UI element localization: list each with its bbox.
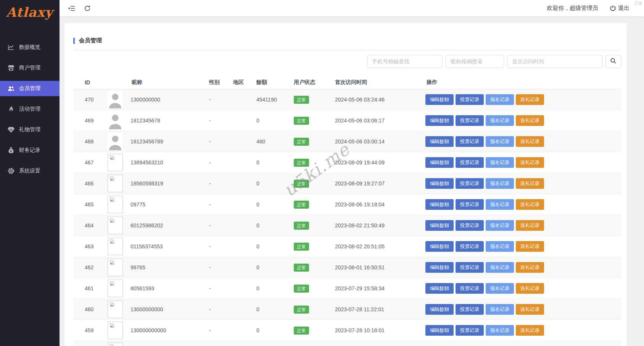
- edit-balance-button[interactable]: 编辑餘額: [425, 199, 454, 210]
- vote-record-button[interactable]: 投票记录: [456, 304, 484, 315]
- logout-button[interactable]: 退出: [610, 5, 630, 12]
- vote-record-button[interactable]: 投票记录: [456, 241, 484, 252]
- cell-first-visit: 2024-05-06 03:24:46: [332, 97, 423, 103]
- status-badge: 正常: [294, 327, 309, 335]
- page-title-row: 会员管理: [73, 37, 621, 44]
- gift-record-button[interactable]: 送礼记录: [516, 241, 544, 252]
- vote-record-button[interactable]: 投票记录: [456, 94, 484, 105]
- status-badge: 正常: [294, 159, 309, 167]
- gift-record-button[interactable]: 送礼记录: [516, 136, 544, 147]
- vote-record-button[interactable]: 投票记录: [456, 157, 484, 168]
- gift-record-button[interactable]: 送礼记录: [516, 94, 544, 105]
- table-body: 470 1300000000 - 4541190 正常 2024-05-06 0…: [73, 89, 621, 346]
- status-badge: 正常: [294, 243, 309, 251]
- signup-record-button[interactable]: 报名记录: [486, 262, 514, 273]
- edit-balance-button[interactable]: 编辑餘額: [425, 115, 454, 126]
- gift-record-button[interactable]: 送礼记录: [516, 115, 544, 126]
- gift-record-button[interactable]: 送礼记录: [516, 325, 544, 336]
- cell-nickname: 09775: [130, 201, 145, 208]
- gift-record-button[interactable]: 送礼记录: [516, 220, 544, 231]
- vote-record-button[interactable]: 投票记录: [456, 325, 484, 336]
- cell-id: 470: [73, 97, 107, 103]
- cell-balance: 0: [253, 306, 291, 312]
- table-row: 编辑餘額 投票记录 报名记录 送礼记录: [73, 341, 621, 346]
- sidebar-item-members[interactable]: 会员管理: [0, 81, 60, 96]
- cell-gender: -: [206, 285, 230, 291]
- signup-record-button[interactable]: 报名记录: [486, 220, 514, 231]
- cell-balance: 0: [253, 201, 291, 208]
- edit-balance-button[interactable]: 编辑餘額: [425, 178, 454, 189]
- edit-balance-button[interactable]: 编辑餘額: [425, 136, 454, 147]
- signup-record-button[interactable]: 报名记录: [486, 178, 514, 189]
- edit-balance-button[interactable]: 编辑餘額: [425, 304, 454, 315]
- signup-record-button[interactable]: 报名记录: [486, 283, 514, 294]
- sidebar-item-label: 财务记录: [19, 147, 40, 154]
- phone-search-input[interactable]: [367, 55, 443, 68]
- cell-nickname: 130000000000: [130, 327, 166, 333]
- sidebar-item-settings[interactable]: 系统设置: [0, 163, 60, 179]
- gift-record-button[interactable]: 送礼记录: [516, 262, 544, 273]
- signup-record-button[interactable]: 报名记录: [486, 325, 514, 336]
- cell-gender: -: [206, 97, 230, 103]
- search-button[interactable]: [605, 55, 621, 68]
- signup-record-button[interactable]: 报名记录: [486, 199, 514, 210]
- refresh-icon[interactable]: [84, 5, 91, 12]
- collapse-sidebar-icon[interactable]: [68, 5, 76, 11]
- cell-nickname: 18560598319: [130, 180, 163, 187]
- members-table: ID 昵称 性别 地区 餘額 用户状态 首次访问时间 操作 470 130000…: [73, 76, 621, 346]
- cell-nickname: 18123456789: [130, 138, 163, 145]
- vote-record-button[interactable]: 投票记录: [456, 178, 484, 189]
- vote-record-button[interactable]: 投票记录: [456, 262, 484, 273]
- signup-record-button[interactable]: 报名记录: [486, 94, 514, 105]
- store-icon: [8, 64, 14, 71]
- vote-record-button[interactable]: 投票记录: [456, 199, 484, 210]
- cell-first-visit: 2023-08-02 21:50:49: [332, 222, 423, 229]
- gift-record-button[interactable]: 送礼记录: [516, 283, 544, 294]
- vote-record-button[interactable]: 投票记录: [456, 283, 484, 294]
- status-badge: 正常: [294, 117, 309, 125]
- edit-balance-button[interactable]: 编辑餘額: [425, 283, 454, 294]
- license-watermark: 正版: [634, 0, 642, 6]
- nickname-search-input[interactable]: [446, 55, 504, 68]
- signup-record-button[interactable]: 报名记录: [486, 157, 514, 168]
- edit-balance-button[interactable]: 编辑餘額: [425, 157, 454, 168]
- header-first-visit: 首次访问时间: [332, 79, 423, 86]
- gift-record-button[interactable]: 送礼记录: [516, 157, 544, 168]
- broken-image-icon: [108, 238, 123, 255]
- edit-balance-button[interactable]: 编辑餘額: [425, 325, 454, 336]
- sidebar-nav: 数据概览 商户管理 会员管理 活动管理 礼物管理: [0, 40, 60, 179]
- sidebar-item-data-overview[interactable]: 数据概览: [0, 40, 60, 55]
- signup-record-button[interactable]: 报名记录: [486, 241, 514, 252]
- cell-balance: 0: [253, 285, 291, 291]
- sidebar-item-merchants[interactable]: 商户管理: [0, 60, 60, 76]
- cell-gender: -: [206, 117, 230, 124]
- table-row: 463 01156374553 - 0 正常 2023-08-02 20:51:…: [73, 236, 621, 257]
- edit-balance-button[interactable]: 编辑餘額: [425, 220, 454, 231]
- flame-icon: [8, 106, 14, 113]
- sidebar-item-gifts[interactable]: 礼物管理: [0, 122, 60, 137]
- logout-label: 退出: [618, 5, 630, 12]
- signup-record-button[interactable]: 报名记录: [486, 136, 514, 147]
- sidebar-item-finance[interactable]: 财务记录: [0, 143, 60, 158]
- sidebar-item-activities[interactable]: 活动管理: [0, 101, 60, 117]
- vote-record-button[interactable]: 投票记录: [456, 136, 484, 147]
- signup-record-button[interactable]: 报名记录: [486, 115, 514, 126]
- edit-balance-button[interactable]: 编辑餘額: [425, 241, 454, 252]
- edit-balance-button[interactable]: 编辑餘額: [425, 94, 454, 105]
- header-gender: 性别: [206, 79, 230, 86]
- cell-gender: -: [206, 222, 230, 229]
- broken-image-icon: [108, 196, 123, 213]
- header-actions: 操作: [423, 79, 621, 86]
- gift-record-button[interactable]: 送礼记录: [516, 178, 544, 189]
- gift-record-button[interactable]: 送礼记录: [516, 304, 544, 315]
- vote-record-button[interactable]: 投票记录: [456, 220, 484, 231]
- table-row: 461 80561593 - 0 正常 2023-07-29 15:58:34 …: [73, 278, 621, 299]
- cell-id: 460: [73, 306, 107, 312]
- header-nickname: 昵称: [107, 79, 206, 86]
- table-row: 469 1812345678 - 0 正常 2024-05-06 03:06:1…: [73, 110, 621, 131]
- signup-record-button[interactable]: 报名记录: [486, 304, 514, 315]
- vote-record-button[interactable]: 投票记录: [456, 115, 484, 126]
- gift-record-button[interactable]: 送礼记录: [516, 199, 544, 210]
- edit-balance-button[interactable]: 编辑餘額: [425, 262, 454, 273]
- first-visit-input[interactable]: [507, 55, 602, 68]
